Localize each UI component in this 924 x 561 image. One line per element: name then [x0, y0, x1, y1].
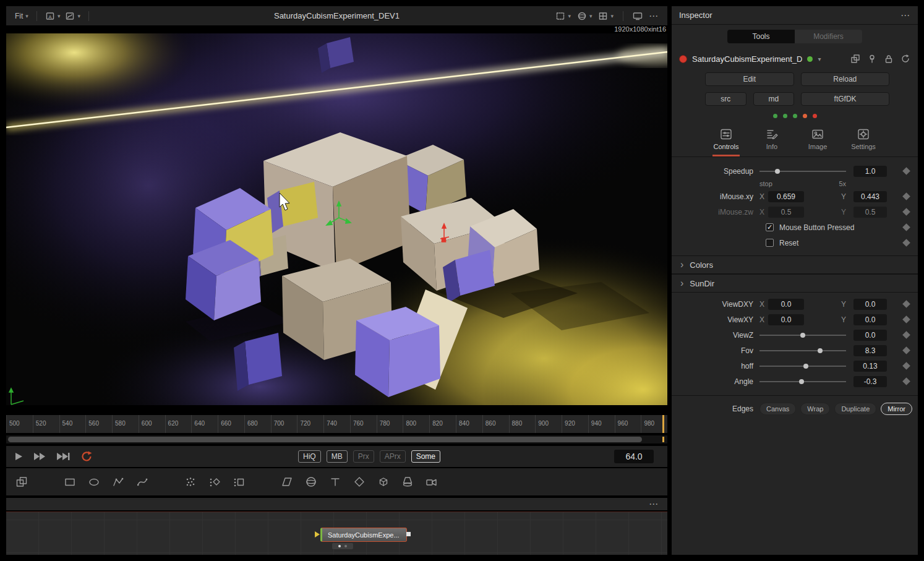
prx-button[interactable]: Prx — [353, 450, 374, 463]
versions-icon[interactable] — [850, 54, 860, 64]
speedup-value-field[interactable]: 1.0 — [853, 166, 887, 177]
angle-keyframe-icon[interactable] — [902, 377, 910, 385]
skip-to-end-button[interactable] — [56, 452, 70, 461]
section-sundir[interactable]: › SunDir — [672, 274, 918, 293]
node-color-dot[interactable] — [679, 55, 687, 63]
viewz-slider[interactable] — [759, 331, 846, 340]
tool-particle-emitter-button[interactable] — [184, 475, 197, 489]
angle-slider[interactable] — [759, 377, 846, 386]
tool-bspline-mask-button[interactable] — [135, 475, 149, 489]
imouse-xy-keyframe-icon[interactable] — [902, 192, 910, 200]
tool-image-plane-3d-button[interactable] — [280, 475, 294, 489]
scrollbar-handle[interactable] — [8, 437, 642, 442]
viewdxy-y-field[interactable]: 0.0 — [853, 299, 887, 310]
timeline-scrollbar[interactable] — [6, 435, 667, 443]
pin-icon[interactable] — [867, 54, 877, 64]
imouse-w-field[interactable]: 0.5 — [853, 207, 887, 218]
roi-select[interactable]: ▾ — [553, 11, 573, 21]
node-editor-options-button[interactable]: ⋯ — [649, 499, 659, 510]
edges-canvas-button[interactable]: Canvas — [759, 403, 796, 415]
viewer-canvas[interactable] — [6, 33, 667, 405]
ftgfdk-button[interactable]: ftGfDK — [801, 92, 889, 106]
tab-image[interactable]: Image — [800, 126, 836, 156]
viewz-value-field[interactable]: 0.0 — [853, 330, 887, 341]
viewdxy-keyframe-icon[interactable] — [902, 300, 910, 308]
tool-particle-render-button[interactable] — [232, 475, 246, 489]
mouse-button-keyframe-icon[interactable] — [902, 223, 910, 231]
viewdxy-x-field[interactable]: 0.0 — [768, 299, 804, 310]
chevron-down-icon[interactable]: ▾ — [818, 56, 821, 62]
hoff-keyframe-icon[interactable] — [902, 362, 910, 370]
mb-button[interactable]: MB — [327, 450, 348, 463]
fast-forward-button[interactable] — [33, 452, 46, 461]
hoff-slider[interactable] — [759, 362, 846, 370]
history-reset-icon[interactable] — [900, 54, 910, 64]
tool-rectangle-mask-button[interactable] — [63, 475, 77, 489]
quad-view-select[interactable]: ▾ — [596, 11, 616, 21]
fov-value-field[interactable]: 8.3 — [853, 345, 887, 356]
src-button[interactable]: src — [705, 92, 746, 106]
tool-ellipse-mask-button[interactable] — [87, 475, 101, 489]
tab-info[interactable]: Info — [754, 126, 790, 156]
edges-mirror-button[interactable]: Mirror — [881, 403, 912, 415]
edges-wrap-button[interactable]: Wrap — [800, 403, 830, 415]
tool-shape-3d-button[interactable] — [304, 475, 318, 489]
lock-icon[interactable] — [884, 54, 894, 64]
hoff-value-field[interactable]: 0.13 — [853, 361, 887, 372]
current-frame-field[interactable]: 64.0 — [614, 450, 654, 463]
reload-button[interactable]: Reload — [801, 72, 890, 86]
tool-light-3d-button[interactable] — [401, 475, 414, 489]
md-button[interactable]: md — [753, 92, 795, 106]
tab-controls[interactable]: Controls — [708, 126, 744, 156]
hiq-button[interactable]: HiQ — [298, 450, 321, 463]
node-enable-dot[interactable] — [807, 56, 813, 62]
ruler-tick-label: 820 — [429, 415, 456, 433]
mouse-button-pressed-checkbox[interactable]: ✓ — [766, 223, 774, 231]
aprx-button[interactable]: APrx — [380, 450, 406, 463]
zoom-fit-select[interactable]: Fit ▾ — [12, 6, 31, 25]
fullscreen-button[interactable] — [630, 11, 645, 21]
viewxy-y-field[interactable]: 0.0 — [853, 314, 887, 325]
imouse-x-field[interactable]: 0.659 — [768, 191, 804, 202]
imouse-zw-keyframe-icon[interactable] — [902, 208, 910, 216]
some-button[interactable]: Some — [411, 450, 440, 463]
tab-settings[interactable]: Settings — [845, 126, 881, 156]
viewer-lut-select[interactable]: ▾ — [62, 6, 83, 25]
reset-checkbox[interactable] — [766, 239, 774, 247]
viewz-keyframe-icon[interactable] — [902, 331, 910, 339]
viewer-options-button[interactable]: ⋯ — [646, 11, 661, 22]
reset-keyframe-icon[interactable] — [902, 239, 910, 247]
node-saturdaycubism[interactable]: SaturdayCubismExpe... — [320, 528, 407, 542]
tool-camera-3d-button[interactable] — [425, 475, 438, 489]
speedup-keyframe-icon[interactable] — [902, 167, 910, 175]
tool-merge-3d-button[interactable] — [353, 475, 366, 489]
angle-value-field[interactable]: -0.3 — [853, 376, 887, 387]
tool-text-3d-button[interactable] — [328, 475, 342, 489]
viewxy-keyframe-icon[interactable] — [902, 315, 910, 323]
imouse-z-field[interactable]: 0.5 — [768, 207, 804, 218]
tab-tools[interactable]: Tools — [727, 30, 795, 43]
imouse-y-field[interactable]: 0.443 — [853, 191, 887, 202]
play-button[interactable] — [15, 452, 23, 461]
playhead[interactable] — [662, 415, 664, 433]
fov-slider[interactable] — [759, 346, 846, 355]
edges-duplicate-button[interactable]: Duplicate — [834, 403, 876, 415]
edit-button[interactable]: Edit — [705, 72, 794, 86]
loop-button[interactable] — [80, 451, 93, 462]
node-editor-canvas[interactable]: SaturdayCubismExpe... — [6, 512, 667, 555]
tool-merge-button[interactable] — [15, 475, 28, 489]
viewxy-x-field[interactable]: 0.0 — [768, 314, 804, 325]
tool-cube-3d-button[interactable] — [377, 475, 390, 489]
inspector-options-button[interactable]: ⋯ — [900, 10, 910, 21]
tool-particle-merge-button[interactable] — [208, 475, 221, 489]
tool-polygon-mask-button[interactable] — [111, 475, 125, 489]
node-output-square[interactable] — [406, 532, 411, 536]
view-3d-select[interactable]: ▾ — [575, 11, 595, 21]
tab-modifiers[interactable]: Modifiers — [795, 30, 862, 43]
fov-keyframe-icon[interactable] — [902, 346, 910, 354]
channel-select[interactable]: A ▾ — [43, 6, 63, 25]
timeline-ruler[interactable]: 5005205405605806006206406606807007207407… — [6, 415, 667, 433]
section-colors[interactable]: › Colors — [672, 255, 918, 274]
node-input-triangle[interactable] — [315, 531, 320, 537]
speedup-slider[interactable] — [759, 167, 846, 176]
